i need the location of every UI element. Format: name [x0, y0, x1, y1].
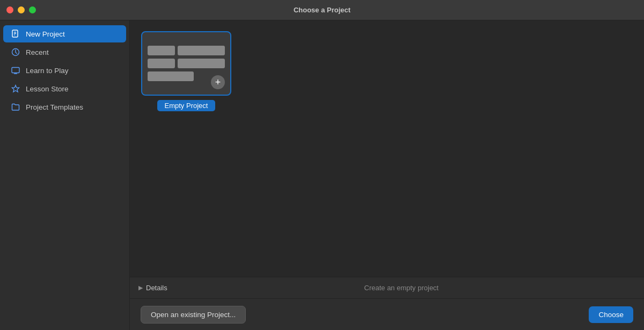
thumb-block	[148, 46, 175, 55]
thumb-block	[178, 46, 225, 55]
thumb-block	[178, 59, 225, 68]
new-project-icon	[11, 29, 20, 39]
empty-project-label: Empty Project	[157, 100, 216, 111]
sidebar-item-label: Project Templates	[26, 103, 83, 111]
project-grid: + Empty Project	[141, 31, 633, 111]
details-description: Create an empty project	[167, 284, 635, 292]
sidebar-item-label: Recent	[26, 48, 49, 56]
sidebar: New Project Recent Learn to Play	[0, 20, 130, 330]
chevron-right-icon: ▶	[138, 284, 143, 291]
maximize-button[interactable]	[29, 6, 36, 13]
titlebar: Choose a Project	[0, 0, 644, 20]
traffic-lights	[6, 6, 36, 13]
action-bar: Open an existing Project... Choose	[130, 299, 644, 330]
sidebar-item-label: New Project	[26, 30, 65, 38]
content-main: + Empty Project	[130, 20, 644, 277]
content-area: + Empty Project ▶ Details Create an empt…	[130, 20, 644, 330]
project-templates-icon	[11, 102, 20, 112]
learn-to-play-icon	[11, 66, 20, 75]
thumb-row-2	[148, 59, 225, 68]
details-bar: ▶ Details Create an empty project	[130, 277, 644, 299]
bottom-area: ▶ Details Create an empty project Open a…	[130, 277, 644, 330]
thumb-block	[148, 71, 194, 81]
sidebar-item-recent[interactable]: Recent	[3, 44, 126, 61]
svg-marker-8	[12, 85, 19, 92]
recent-icon	[11, 47, 20, 57]
sidebar-item-learn-to-play[interactable]: Learn to Play	[3, 62, 126, 79]
plus-badge: +	[211, 75, 225, 89]
svg-rect-5	[12, 68, 19, 73]
choose-button[interactable]: Choose	[589, 306, 633, 323]
window-title: Choose a Project	[294, 6, 350, 14]
details-label: Details	[146, 284, 167, 292]
sidebar-item-label: Learn to Play	[26, 67, 69, 75]
minimize-button[interactable]	[18, 6, 25, 13]
main-container: New Project Recent Learn to Play	[0, 20, 644, 330]
sidebar-item-new-project[interactable]: New Project	[3, 25, 126, 42]
open-existing-button[interactable]: Open an existing Project...	[141, 306, 246, 324]
thumb-block	[148, 59, 175, 68]
thumb-row-1	[148, 46, 225, 55]
close-button[interactable]	[6, 6, 13, 13]
sidebar-item-label: Lesson Store	[26, 85, 69, 93]
sidebar-item-lesson-store[interactable]: Lesson Store	[3, 80, 126, 97]
empty-project-thumbnail: +	[141, 31, 231, 96]
lesson-store-icon	[11, 84, 20, 94]
empty-project-card[interactable]: + Empty Project	[141, 31, 232, 111]
sidebar-item-project-templates[interactable]: Project Templates	[3, 98, 126, 116]
